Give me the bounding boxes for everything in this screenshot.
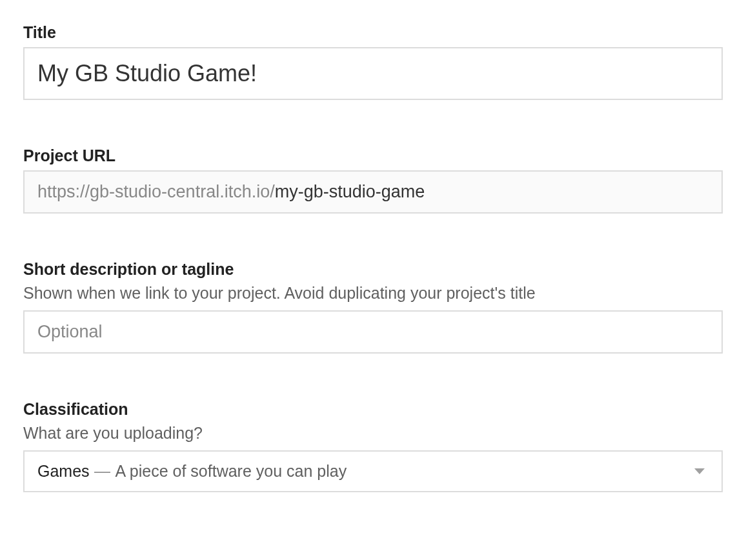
classification-selected-primary: Games (37, 462, 90, 481)
classification-selected-separator: — (94, 462, 110, 481)
classification-field-group: Classification What are you uploading? G… (23, 400, 723, 492)
chevron-down-icon (694, 468, 705, 474)
classification-select-text: Games — A piece of software you can play (37, 462, 347, 481)
title-field-group: Title (23, 23, 723, 100)
classification-select[interactable]: Games — A piece of software you can play (23, 450, 723, 492)
project-url-slug-input[interactable] (275, 182, 709, 202)
title-label: Title (23, 23, 723, 42)
short-description-input[interactable] (23, 310, 723, 354)
project-url-label: Project URL (23, 146, 723, 165)
project-url-prefix: https://gb-studio-central.itch.io/ (37, 182, 275, 202)
project-url-input-wrap[interactable]: https://gb-studio-central.itch.io/ (23, 170, 723, 214)
short-description-sublabel: Shown when we link to your project. Avoi… (23, 284, 723, 303)
classification-label: Classification (23, 400, 723, 419)
short-description-field-group: Short description or tagline Shown when … (23, 260, 723, 354)
classification-selected-desc: A piece of software you can play (116, 462, 347, 481)
classification-sublabel: What are you uploading? (23, 424, 723, 443)
short-description-label: Short description or tagline (23, 260, 723, 279)
title-input[interactable] (23, 47, 723, 100)
project-url-field-group: Project URL https://gb-studio-central.it… (23, 146, 723, 214)
